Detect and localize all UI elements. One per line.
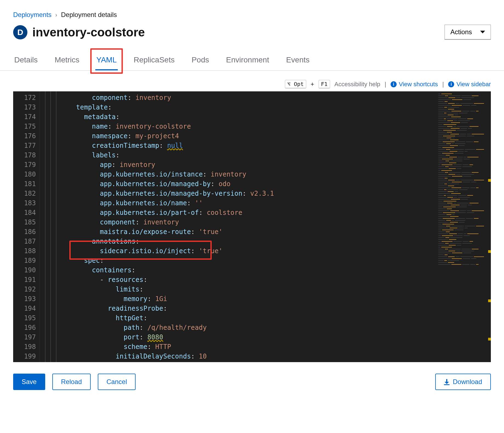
code-line[interactable]: metadata:: [60, 112, 436, 122]
line-number: 182: [13, 189, 36, 198]
line-number: 185: [13, 218, 36, 227]
highlight-annotation: [90, 48, 123, 74]
line-number: 197: [13, 333, 36, 342]
title-left: D inventory-coolstore: [13, 25, 145, 39]
line-number: 189: [13, 256, 36, 265]
line-number: 174: [13, 112, 36, 122]
tab-pods[interactable]: Pods: [190, 51, 210, 70]
tab-metrics[interactable]: Metrics: [54, 51, 81, 70]
code-line[interactable]: spec:: [60, 256, 436, 265]
line-number: 183: [13, 198, 36, 208]
line-number: 188: [13, 246, 36, 256]
code-line[interactable]: - resources:: [60, 275, 436, 285]
line-number: 179: [13, 160, 36, 170]
download-label: Download: [453, 378, 482, 386]
line-number: 180: [13, 170, 36, 179]
scroll-marker: [488, 250, 491, 253]
cancel-button[interactable]: Cancel: [98, 374, 136, 390]
code-line[interactable]: template:: [60, 103, 436, 112]
code-line[interactable]: sidecar.istio.io/inject: 'true': [60, 246, 436, 256]
download-icon: [444, 379, 449, 385]
download-button[interactable]: Download: [435, 374, 491, 390]
code-line[interactable]: name: inventory-coolstore: [60, 122, 436, 131]
line-number: 172: [13, 93, 36, 103]
title-row: D inventory-coolstore Actions: [13, 25, 491, 40]
code-line[interactable]: scheme: HTTP: [60, 342, 436, 352]
code-line[interactable]: memory: 1Gi: [60, 294, 436, 304]
tab-replicasets[interactable]: ReplicaSets: [133, 51, 176, 70]
code-line[interactable]: readinessProbe:: [60, 304, 436, 313]
minimap[interactable]: [436, 91, 491, 362]
line-number: 194: [13, 304, 36, 313]
line-number: 184: [13, 208, 36, 218]
breadcrumb: Deployments › Deployment details: [13, 11, 491, 19]
view-sidebar-link[interactable]: i View sidebar: [448, 81, 491, 88]
line-number: 199: [13, 352, 36, 361]
code-line[interactable]: namespace: my-project4: [60, 131, 436, 141]
code-line[interactable]: app.kubernetes.io/managed-by: odo: [60, 179, 436, 189]
line-number: 198: [13, 342, 36, 352]
breadcrumb-current: Deployment details: [61, 11, 117, 19]
resource-badge-icon: D: [13, 25, 27, 39]
code-line[interactable]: app: inventory: [60, 160, 436, 170]
code-line[interactable]: containers:: [60, 265, 436, 275]
line-number: 173: [13, 103, 36, 112]
actions-label: Actions: [450, 28, 472, 36]
line-number: 176: [13, 131, 36, 141]
line-number: 178: [13, 151, 36, 160]
code-line[interactable]: app.kubernetes.io/name: '': [60, 198, 436, 208]
line-number: 175: [13, 122, 36, 131]
code-line[interactable]: component: inventory: [60, 93, 436, 103]
view-sidebar-label: View sidebar: [456, 81, 491, 88]
line-number: 187: [13, 237, 36, 246]
code-area[interactable]: component: inventory template: metadata:…: [60, 93, 436, 362]
actions-dropdown[interactable]: Actions: [445, 25, 491, 40]
code-line[interactable]: labels:: [60, 151, 436, 160]
code-line[interactable]: app.kubernetes.io/managed-by-version: v2…: [60, 189, 436, 198]
chevron-right-icon: ›: [55, 12, 57, 18]
line-number: 177: [13, 141, 36, 151]
fold-guides: [40, 91, 60, 362]
kbd-f1: F1: [319, 80, 330, 88]
line-number: 181: [13, 179, 36, 189]
code-line[interactable]: httpGet:: [60, 313, 436, 323]
plus-text: +: [311, 81, 314, 88]
line-number: 191: [13, 275, 36, 285]
tab-details[interactable]: Details: [13, 51, 39, 70]
save-button[interactable]: Save: [13, 374, 45, 390]
code-line[interactable]: app.kubernetes.io/instance: inventory: [60, 170, 436, 179]
line-number: 190: [13, 265, 36, 275]
line-number-gutter: 1721731741751761771781791801811821831841…: [13, 91, 40, 362]
scroll-marker: [488, 338, 491, 340]
yaml-editor[interactable]: 1721731741751761771781791801811821831841…: [13, 91, 491, 362]
code-line[interactable]: path: /q/health/ready: [60, 323, 436, 333]
line-number: 196: [13, 323, 36, 333]
scroll-marker: [488, 179, 491, 182]
reload-button[interactable]: Reload: [52, 374, 91, 390]
info-icon: i: [448, 81, 454, 87]
view-shortcuts-link[interactable]: i View shortcuts: [391, 81, 438, 88]
info-icon: i: [391, 81, 397, 87]
line-number: 193: [13, 294, 36, 304]
scroll-marker: [488, 299, 491, 302]
chevron-down-icon: [480, 31, 485, 33]
tab-events[interactable]: Events: [285, 51, 311, 70]
separator: |: [385, 81, 386, 88]
code-line[interactable]: annotations:: [60, 237, 436, 246]
page-title: inventory-coolstore: [32, 25, 145, 39]
code-line[interactable]: port: 8080: [60, 333, 436, 342]
code-line[interactable]: limits:: [60, 285, 436, 294]
code-line[interactable]: app.kubernetes.io/part-of: coolstore: [60, 208, 436, 218]
breadcrumb-root[interactable]: Deployments: [13, 11, 51, 19]
tab-environment[interactable]: Environment: [225, 51, 270, 70]
code-line[interactable]: creationTimestamp: null: [60, 141, 436, 151]
code-line[interactable]: component: inventory: [60, 218, 436, 227]
line-number: 200: [13, 361, 36, 362]
editor-helper-bar: ⌥ Opt + F1 Accessibility help | i View s…: [13, 71, 491, 91]
a11y-help-label: Accessibility help: [334, 81, 380, 88]
code-line[interactable]: timeoutSeconds: 1: [60, 361, 436, 362]
line-number: 192: [13, 285, 36, 294]
separator: |: [442, 81, 444, 88]
code-line[interactable]: maistra.io/expose-route: 'true': [60, 227, 436, 237]
code-line[interactable]: initialDelaySeconds: 10: [60, 352, 436, 361]
